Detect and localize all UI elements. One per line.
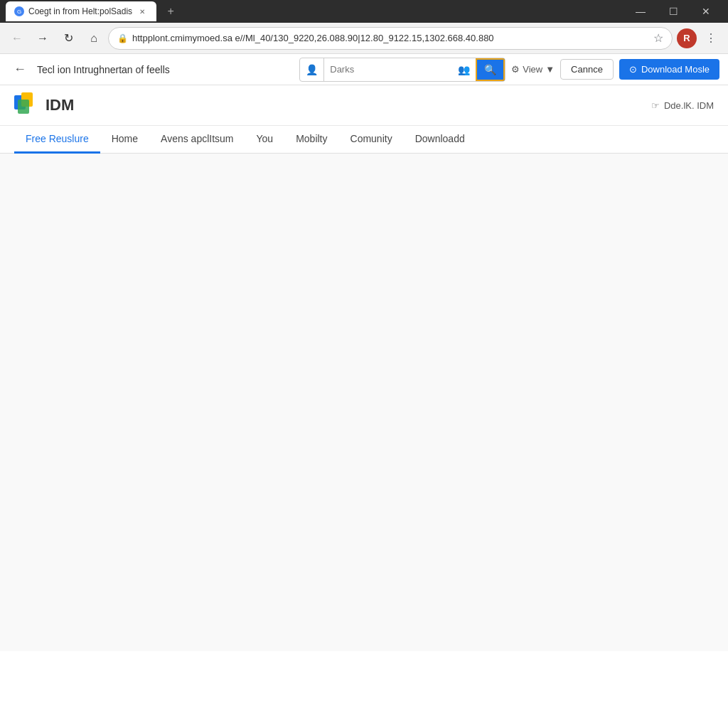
browser-tab[interactable]: G Coegt in from Helt:polSadis ✕ <box>6 1 156 21</box>
tab-close-button[interactable]: ✕ <box>136 6 148 17</box>
address-text: httpplont.cmimymoed.sa e//Ml_40/130_9220… <box>132 33 649 43</box>
search-button[interactable]: 🔍 <box>476 58 505 81</box>
nav-item-avens[interactable]: Avens apclItsum <box>149 126 245 154</box>
nav-item-you[interactable]: You <box>245 126 285 154</box>
new-tab-button[interactable]: + <box>162 3 179 20</box>
tagline-icon: ☞ <box>651 100 660 111</box>
window-controls: — ☐ ✕ <box>624 0 722 23</box>
tab-favicon: G <box>14 6 24 16</box>
profile-button[interactable]: R <box>675 27 698 50</box>
site-back-button[interactable]: ← <box>9 58 31 81</box>
view-chevron-icon: ▼ <box>545 64 555 75</box>
cancel-button[interactable]: Cannce <box>560 59 614 80</box>
bookmark-icon[interactable]: ☆ <box>653 31 663 45</box>
search-user-icon: 👤 <box>300 58 324 81</box>
site-header: IDM ☞ Dde.lK. IDM <box>0 85 728 126</box>
extensions-button[interactable]: ⋮ <box>700 27 722 50</box>
lock-icon: 🔒 <box>117 33 128 43</box>
page-title: Tecl ion Intrughnertan of feells <box>37 64 294 75</box>
logo-icon <box>14 92 40 118</box>
profile-avatar[interactable]: R <box>677 28 697 48</box>
search-input[interactable] <box>324 58 452 81</box>
view-label: View <box>523 64 542 75</box>
tagline-text: Dde.lK. IDM <box>664 100 714 111</box>
maximize-button[interactable]: ☐ <box>657 0 690 23</box>
browser-navbar: ← → ↻ ⌂ 🔒 httpplont.cmimymoed.sa e//Ml_4… <box>0 23 728 54</box>
download-icon: ⊙ <box>629 64 637 75</box>
site-nav: Free Reuslure Home Avens apclItsum You M… <box>0 126 728 154</box>
back-button[interactable]: ← <box>6 27 28 50</box>
nav-extra-buttons: R ⋮ <box>675 27 722 50</box>
close-button[interactable]: ✕ <box>690 0 722 23</box>
site-toolbar: ← Tecl ion Intrughnertan of feells 👤 👥 🔍… <box>0 54 728 85</box>
view-settings-button[interactable]: ⚙ View ▼ <box>511 64 555 75</box>
reload-button[interactable]: ↻ <box>57 27 80 50</box>
logo-text: IDM <box>46 96 74 114</box>
forward-button[interactable]: → <box>31 27 54 50</box>
svg-rect-2 <box>18 100 29 114</box>
search-bar: 👤 👥 🔍 <box>299 58 505 82</box>
site-main <box>0 154 728 651</box>
home-button[interactable]: ⌂ <box>82 27 105 50</box>
address-bar[interactable]: 🔒 httpplont.cmimymoed.sa e//Ml_40/130_92… <box>108 27 673 50</box>
nav-item-mobilty[interactable]: Mobilty <box>284 126 338 154</box>
minimize-button[interactable]: — <box>624 0 657 23</box>
search-profile-icon[interactable]: 👥 <box>452 58 476 81</box>
nav-item-home[interactable]: Home <box>100 126 149 154</box>
site-header-right[interactable]: ☞ Dde.lK. IDM <box>651 100 714 111</box>
settings-icon: ⚙ <box>511 64 520 75</box>
nav-item-free-reuslure[interactable]: Free Reuslure <box>14 126 100 154</box>
nav-item-downloadd[interactable]: Downloadd <box>404 126 476 154</box>
browser-titlebar: G Coegt in from Helt:polSadis ✕ + — ☐ ✕ <box>0 0 728 23</box>
site-logo: IDM <box>14 92 74 118</box>
download-label: Download Mosle <box>641 64 710 75</box>
nav-item-comunity[interactable]: Comunity <box>339 126 404 154</box>
tab-title: Coegt in from Helt:polSadis <box>28 6 132 16</box>
download-button[interactable]: ⊙ Download Mosle <box>619 59 719 80</box>
toolbar-right: ⚙ View ▼ Cannce ⊙ Download Mosle <box>511 59 719 80</box>
